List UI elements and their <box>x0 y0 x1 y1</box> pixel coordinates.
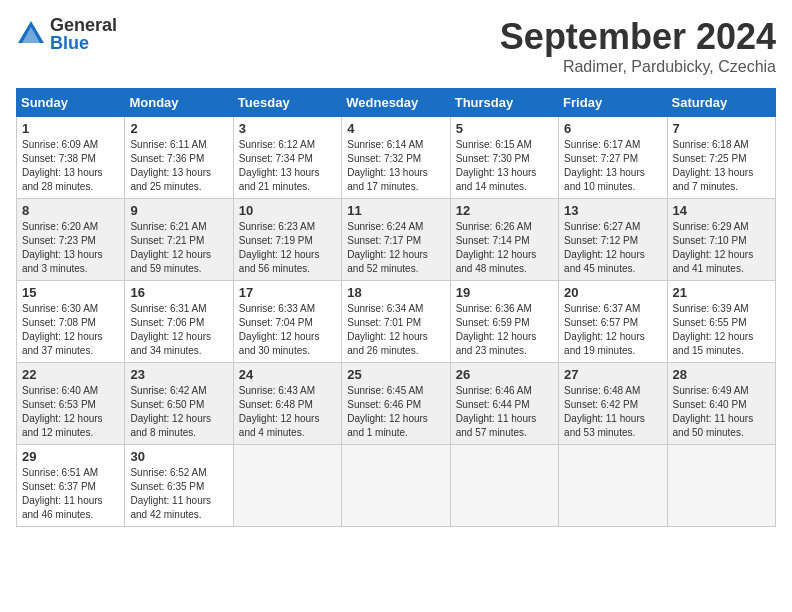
day-number: 12 <box>456 203 553 218</box>
calendar-cell: 3 Sunrise: 6:12 AMSunset: 7:34 PMDayligh… <box>233 117 341 199</box>
calendar-cell: 6 Sunrise: 6:17 AMSunset: 7:27 PMDayligh… <box>559 117 667 199</box>
calendar-cell: 28 Sunrise: 6:49 AMSunset: 6:40 PMDaylig… <box>667 363 775 445</box>
day-number: 9 <box>130 203 227 218</box>
day-number: 6 <box>564 121 661 136</box>
day-number: 23 <box>130 367 227 382</box>
day-number: 28 <box>673 367 770 382</box>
day-info: Sunrise: 6:36 AMSunset: 6:59 PMDaylight:… <box>456 303 537 356</box>
calendar-cell: 29 Sunrise: 6:51 AMSunset: 6:37 PMDaylig… <box>17 445 125 527</box>
calendar-cell: 15 Sunrise: 6:30 AMSunset: 7:08 PMDaylig… <box>17 281 125 363</box>
header-day-wednesday: Wednesday <box>342 89 450 117</box>
day-number: 1 <box>22 121 119 136</box>
header-day-monday: Monday <box>125 89 233 117</box>
calendar-cell: 23 Sunrise: 6:42 AMSunset: 6:50 PMDaylig… <box>125 363 233 445</box>
calendar-cell: 18 Sunrise: 6:34 AMSunset: 7:01 PMDaylig… <box>342 281 450 363</box>
day-number: 30 <box>130 449 227 464</box>
day-number: 14 <box>673 203 770 218</box>
day-info: Sunrise: 6:52 AMSunset: 6:35 PMDaylight:… <box>130 467 211 520</box>
day-info: Sunrise: 6:40 AMSunset: 6:53 PMDaylight:… <box>22 385 103 438</box>
header-row: SundayMondayTuesdayWednesdayThursdayFrid… <box>17 89 776 117</box>
calendar-week-4: 22 Sunrise: 6:40 AMSunset: 6:53 PMDaylig… <box>17 363 776 445</box>
day-number: 24 <box>239 367 336 382</box>
day-info: Sunrise: 6:24 AMSunset: 7:17 PMDaylight:… <box>347 221 428 274</box>
title-block: September 2024 Radimer, Pardubicky, Czec… <box>500 16 776 76</box>
day-info: Sunrise: 6:20 AMSunset: 7:23 PMDaylight:… <box>22 221 103 274</box>
day-info: Sunrise: 6:31 AMSunset: 7:06 PMDaylight:… <box>130 303 211 356</box>
day-info: Sunrise: 6:49 AMSunset: 6:40 PMDaylight:… <box>673 385 754 438</box>
day-info: Sunrise: 6:11 AMSunset: 7:36 PMDaylight:… <box>130 139 211 192</box>
calendar-cell <box>342 445 450 527</box>
day-info: Sunrise: 6:17 AMSunset: 7:27 PMDaylight:… <box>564 139 645 192</box>
calendar-cell: 24 Sunrise: 6:43 AMSunset: 6:48 PMDaylig… <box>233 363 341 445</box>
calendar-cell <box>233 445 341 527</box>
day-info: Sunrise: 6:15 AMSunset: 7:30 PMDaylight:… <box>456 139 537 192</box>
day-info: Sunrise: 6:30 AMSunset: 7:08 PMDaylight:… <box>22 303 103 356</box>
calendar-cell <box>450 445 558 527</box>
calendar-cell: 22 Sunrise: 6:40 AMSunset: 6:53 PMDaylig… <box>17 363 125 445</box>
day-info: Sunrise: 6:43 AMSunset: 6:48 PMDaylight:… <box>239 385 320 438</box>
day-number: 20 <box>564 285 661 300</box>
calendar-table: SundayMondayTuesdayWednesdayThursdayFrid… <box>16 88 776 527</box>
calendar-cell: 21 Sunrise: 6:39 AMSunset: 6:55 PMDaylig… <box>667 281 775 363</box>
day-info: Sunrise: 6:51 AMSunset: 6:37 PMDaylight:… <box>22 467 103 520</box>
calendar-cell: 10 Sunrise: 6:23 AMSunset: 7:19 PMDaylig… <box>233 199 341 281</box>
calendar-cell: 11 Sunrise: 6:24 AMSunset: 7:17 PMDaylig… <box>342 199 450 281</box>
logo-icon <box>16 19 46 49</box>
day-number: 29 <box>22 449 119 464</box>
header-day-friday: Friday <box>559 89 667 117</box>
day-number: 26 <box>456 367 553 382</box>
day-number: 27 <box>564 367 661 382</box>
calendar-cell: 8 Sunrise: 6:20 AMSunset: 7:23 PMDayligh… <box>17 199 125 281</box>
day-info: Sunrise: 6:29 AMSunset: 7:10 PMDaylight:… <box>673 221 754 274</box>
day-number: 5 <box>456 121 553 136</box>
day-info: Sunrise: 6:42 AMSunset: 6:50 PMDaylight:… <box>130 385 211 438</box>
day-info: Sunrise: 6:37 AMSunset: 6:57 PMDaylight:… <box>564 303 645 356</box>
logo-blue: Blue <box>50 34 117 52</box>
logo-general: General <box>50 16 117 34</box>
calendar-week-1: 1 Sunrise: 6:09 AMSunset: 7:38 PMDayligh… <box>17 117 776 199</box>
day-info: Sunrise: 6:23 AMSunset: 7:19 PMDaylight:… <box>239 221 320 274</box>
day-number: 3 <box>239 121 336 136</box>
day-number: 11 <box>347 203 444 218</box>
day-number: 18 <box>347 285 444 300</box>
logo: General Blue <box>16 16 117 52</box>
month-title: September 2024 <box>500 16 776 58</box>
calendar-cell: 19 Sunrise: 6:36 AMSunset: 6:59 PMDaylig… <box>450 281 558 363</box>
day-info: Sunrise: 6:18 AMSunset: 7:25 PMDaylight:… <box>673 139 754 192</box>
day-info: Sunrise: 6:34 AMSunset: 7:01 PMDaylight:… <box>347 303 428 356</box>
page-header: General Blue September 2024 Radimer, Par… <box>16 16 776 76</box>
calendar-cell: 7 Sunrise: 6:18 AMSunset: 7:25 PMDayligh… <box>667 117 775 199</box>
logo-text: General Blue <box>50 16 117 52</box>
day-number: 19 <box>456 285 553 300</box>
day-number: 17 <box>239 285 336 300</box>
day-number: 13 <box>564 203 661 218</box>
day-number: 4 <box>347 121 444 136</box>
day-number: 10 <box>239 203 336 218</box>
day-info: Sunrise: 6:09 AMSunset: 7:38 PMDaylight:… <box>22 139 103 192</box>
calendar-cell: 30 Sunrise: 6:52 AMSunset: 6:35 PMDaylig… <box>125 445 233 527</box>
day-number: 16 <box>130 285 227 300</box>
day-info: Sunrise: 6:14 AMSunset: 7:32 PMDaylight:… <box>347 139 428 192</box>
day-info: Sunrise: 6:27 AMSunset: 7:12 PMDaylight:… <box>564 221 645 274</box>
calendar-cell: 16 Sunrise: 6:31 AMSunset: 7:06 PMDaylig… <box>125 281 233 363</box>
day-info: Sunrise: 6:48 AMSunset: 6:42 PMDaylight:… <box>564 385 645 438</box>
day-info: Sunrise: 6:33 AMSunset: 7:04 PMDaylight:… <box>239 303 320 356</box>
calendar-cell: 20 Sunrise: 6:37 AMSunset: 6:57 PMDaylig… <box>559 281 667 363</box>
header-day-sunday: Sunday <box>17 89 125 117</box>
day-number: 8 <box>22 203 119 218</box>
calendar-cell: 12 Sunrise: 6:26 AMSunset: 7:14 PMDaylig… <box>450 199 558 281</box>
calendar-cell: 2 Sunrise: 6:11 AMSunset: 7:36 PMDayligh… <box>125 117 233 199</box>
calendar-cell: 26 Sunrise: 6:46 AMSunset: 6:44 PMDaylig… <box>450 363 558 445</box>
day-info: Sunrise: 6:45 AMSunset: 6:46 PMDaylight:… <box>347 385 428 438</box>
day-info: Sunrise: 6:39 AMSunset: 6:55 PMDaylight:… <box>673 303 754 356</box>
header-day-saturday: Saturday <box>667 89 775 117</box>
calendar-week-2: 8 Sunrise: 6:20 AMSunset: 7:23 PMDayligh… <box>17 199 776 281</box>
calendar-cell: 14 Sunrise: 6:29 AMSunset: 7:10 PMDaylig… <box>667 199 775 281</box>
day-number: 25 <box>347 367 444 382</box>
calendar-cell: 5 Sunrise: 6:15 AMSunset: 7:30 PMDayligh… <box>450 117 558 199</box>
location-title: Radimer, Pardubicky, Czechia <box>500 58 776 76</box>
calendar-cell: 13 Sunrise: 6:27 AMSunset: 7:12 PMDaylig… <box>559 199 667 281</box>
day-number: 7 <box>673 121 770 136</box>
header-day-tuesday: Tuesday <box>233 89 341 117</box>
calendar-cell <box>667 445 775 527</box>
